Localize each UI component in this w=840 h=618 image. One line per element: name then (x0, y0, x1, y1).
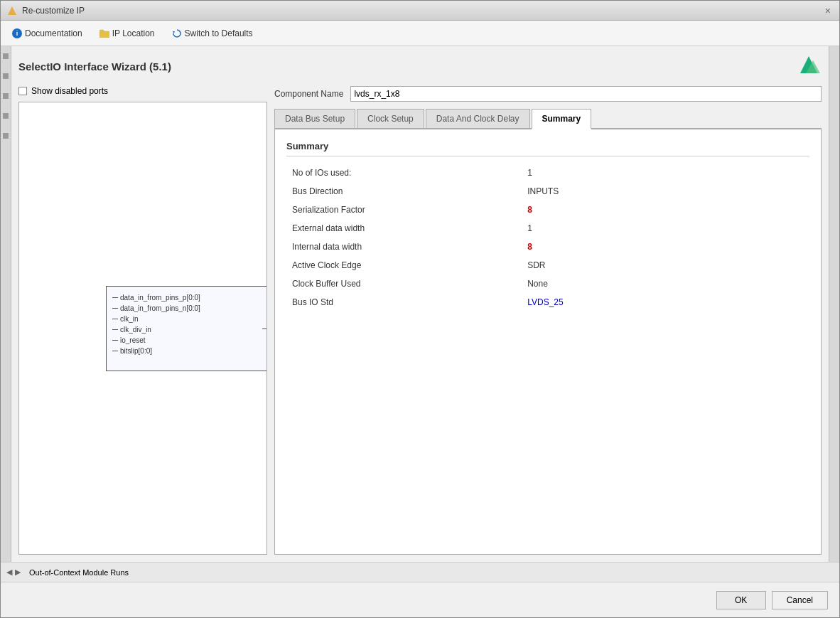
pin-line (112, 308, 118, 309)
bottom-tab-out-of-context[interactable]: Out-of-Context Module Runs (23, 567, 134, 578)
pin-line (112, 319, 118, 319)
bottom-bar: OK Cancel (1, 582, 839, 617)
pin-row-1: data_in_from_pins_n[0:0] (112, 304, 267, 312)
summary-label-2: Serialization Factor (286, 201, 522, 219)
two-panels: Show disabled ports data_in_from_pins_p[… (18, 86, 822, 555)
svg-rect-2 (99, 30, 104, 33)
tab-clock-setup[interactable]: Clock Setup (357, 109, 424, 128)
pin-label-2: clk_in (120, 315, 139, 323)
pin-line (112, 351, 118, 351)
close-button[interactable]: × (822, 4, 834, 18)
tab-data-and-clock-delay[interactable]: Data And Clock Delay (426, 109, 530, 128)
switch-defaults-button[interactable]: Switch to Defaults (169, 27, 256, 40)
summary-label-4: Internal data width (286, 238, 522, 256)
tab-data-bus-setup[interactable]: Data Bus Setup (274, 109, 355, 128)
app-icon (6, 5, 18, 16)
left-panel: Show disabled ports data_in_from_pins_p[… (18, 86, 267, 555)
pin-label-5: bitslip[0:0] (120, 347, 152, 355)
svg-marker-0 (8, 6, 16, 15)
switch-defaults-label: Switch to Defaults (185, 28, 253, 38)
component-box: data_in_from_pins_p[0:0] data_in_from_pi… (106, 286, 267, 371)
folder-icon (99, 29, 109, 38)
toolbar: i Documentation IP Location Switch to De… (1, 21, 839, 46)
title-bar-text: Re-customize IP (22, 6, 85, 16)
pin-line (112, 340, 118, 341)
wizard-title: SelectIO Interface Wizard (5.1) (18, 60, 171, 73)
pin-row-2: clk_in (112, 315, 267, 323)
summary-value-2: 8 (522, 201, 809, 219)
show-disabled-checkbox[interactable] (18, 87, 27, 95)
diagram-box: data_in_from_pins_p[0:0] data_in_from_pi… (18, 102, 267, 555)
cancel-button[interactable]: Cancel (772, 591, 828, 609)
summary-label-0: No of IOs used: (286, 164, 522, 182)
component-name-label: Component Name (274, 89, 343, 99)
main-content: SelectIO Interface Wizard (5.1) Show dis… (1, 46, 839, 562)
sidebar-dot-5 (3, 133, 9, 139)
tab-summary[interactable]: Summary (532, 109, 592, 129)
summary-value-3: 1 (522, 219, 809, 238)
pin-line (112, 329, 118, 330)
ok-button[interactable]: OK (716, 591, 766, 609)
summary-value-1: INPUTS (522, 182, 809, 201)
title-bar: Re-customize IP × (1, 1, 839, 21)
info-icon: i (12, 28, 22, 38)
pin-label-3: clk_div_in (120, 326, 151, 334)
sidebar-dot-1 (3, 53, 9, 59)
summary-value-5: SDR (522, 256, 809, 275)
summary-value-7: LVDS_25 (522, 293, 809, 311)
tabs-container: Data Bus Setup Clock Setup Data And Cloc… (274, 109, 822, 555)
summary-label-6: Clock Buffer Used (286, 275, 522, 293)
svg-marker-3 (173, 31, 175, 33)
sidebar-dot-2 (3, 73, 9, 79)
summary-value-0: 1 (522, 164, 809, 182)
pin-label-1: data_in_from_pins_n[0:0] (120, 304, 200, 312)
title-bar-left: Re-customize IP (6, 5, 85, 16)
summary-label-5: Active Clock Edge (286, 256, 522, 275)
pin-row-3: clk_div_in (112, 326, 267, 334)
summary-value-6: None (522, 275, 809, 293)
summary-label-3: External data width (286, 219, 522, 238)
pin-row-0: data_in_from_pins_p[0:0] (112, 294, 267, 302)
pins-left: data_in_from_pins_p[0:0] data_in_from_pi… (112, 294, 267, 355)
sidebar-dot-3 (3, 93, 9, 99)
bottom-tab-bar: ◀ ▶ Out-of-Context Module Runs (1, 562, 839, 582)
ip-location-button[interactable]: IP Location (97, 27, 158, 40)
show-disabled-label: Show disabled ports (31, 86, 108, 96)
right-panel: Component Name Data Bus Setup Clock Setu… (274, 86, 822, 555)
vivado-logo (796, 53, 822, 79)
bottom-tab-label: Out-of-Context Module Runs (29, 568, 129, 577)
main-window: Re-customize IP × i Documentation IP Loc… (0, 0, 840, 618)
pin-line (112, 297, 118, 298)
pin-row-5: bitslip[0:0] (112, 347, 267, 355)
component-name-input[interactable] (350, 86, 822, 102)
center-content: SelectIO Interface Wizard (5.1) Show dis… (11, 46, 829, 562)
ip-location-label: IP Location (112, 28, 155, 38)
documentation-label: Documentation (25, 28, 82, 38)
summary-label-7: Bus IO Std (286, 293, 522, 311)
show-disabled-row: Show disabled ports (18, 86, 267, 96)
pin-label-0: data_in_from_pins_p[0:0] (120, 294, 200, 302)
component-name-row: Component Name (274, 86, 822, 102)
tab-content-summary: Summary No of IOs used:1Bus DirectionINP… (274, 129, 822, 555)
right-scrollbar[interactable] (829, 46, 839, 562)
refresh-icon (172, 28, 182, 38)
summary-table: No of IOs used:1Bus DirectionINPUTSSeria… (286, 164, 809, 311)
pin-row-4: io_reset (112, 336, 267, 344)
diagram-inner: data_in_from_pins_p[0:0] data_in_from_pi… (106, 286, 267, 371)
tabs-header: Data Bus Setup Clock Setup Data And Cloc… (274, 109, 822, 129)
left-sidebar (1, 46, 11, 562)
output-line (262, 328, 267, 329)
summary-title: Summary (286, 141, 809, 156)
documentation-button[interactable]: i Documentation (9, 27, 85, 40)
sidebar-dot-4 (3, 113, 9, 119)
summary-label-1: Bus Direction (286, 182, 522, 201)
summary-value-4: 8 (522, 238, 809, 256)
output-pin: data_in_to_device[7:0] (262, 324, 267, 332)
pin-label-4: io_reset (120, 336, 146, 344)
